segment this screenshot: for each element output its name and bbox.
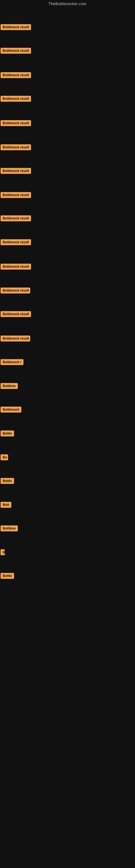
bottleneck-badge-20[interactable]: Bottle: [1, 478, 14, 484]
bottleneck-badge-6[interactable]: Bottleneck result: [1, 144, 31, 150]
bottleneck-badge-container-17: Bottleneck: [1, 407, 21, 414]
bottleneck-badge-container-5: Bottleneck result: [1, 120, 31, 127]
bottleneck-badge-4[interactable]: Bottleneck result: [1, 96, 31, 102]
bottleneck-badge-3[interactable]: Bottleneck result: [1, 72, 31, 78]
bottleneck-badge-24[interactable]: Bottle: [1, 573, 14, 579]
bottleneck-badge-container-6: Bottleneck result: [1, 144, 31, 151]
bottleneck-badge-container-24: Bottle: [1, 573, 14, 580]
bottleneck-badge-17[interactable]: Bottleneck: [1, 407, 21, 412]
bottleneck-badge-container-2: Bottleneck result: [1, 48, 31, 55]
bottleneck-badge-10[interactable]: Bottleneck result: [1, 239, 31, 245]
bottleneck-badge-14[interactable]: Bottleneck result: [1, 336, 30, 341]
bottleneck-badge-22[interactable]: Bottlene: [1, 525, 18, 531]
bottleneck-badge-container-23: B: [1, 549, 5, 556]
bottleneck-badge-container-14: Bottleneck result: [1, 336, 30, 343]
bottleneck-badge-container-8: Bottleneck result: [1, 192, 31, 199]
bottleneck-badge-16[interactable]: Bottlene: [1, 383, 18, 389]
bottleneck-badge-container-10: Bottleneck result: [1, 239, 31, 246]
bottleneck-badge-container-12: Bottleneck result: [1, 287, 30, 294]
bottleneck-badge-18[interactable]: Bottle: [1, 431, 14, 436]
bottleneck-badge-2[interactable]: Bottleneck result: [1, 48, 31, 54]
bottleneck-badge-container-19: Bo: [1, 454, 8, 461]
bottleneck-badge-8[interactable]: Bottleneck result: [1, 192, 31, 198]
bottleneck-badge-container-22: Bottlene: [1, 525, 18, 532]
bottleneck-badge-container-15: Bottleneck r: [1, 359, 24, 366]
bottleneck-badge-container-18: Bottle: [1, 431, 14, 437]
bottleneck-badge-container-20: Bottle: [1, 478, 14, 485]
bottleneck-badge-1[interactable]: Bottleneck result: [1, 24, 31, 30]
bottleneck-badge-container-13: Bottleneck result: [1, 311, 31, 318]
bottleneck-badge-container-16: Bottlene: [1, 383, 18, 390]
bottleneck-badge-5[interactable]: Bottleneck result: [1, 120, 31, 126]
bottleneck-badge-container-4: Bottleneck result: [1, 96, 31, 103]
bottleneck-badge-19[interactable]: Bo: [1, 454, 8, 460]
bottleneck-badge-13[interactable]: Bottleneck result: [1, 311, 31, 317]
bottleneck-badge-12[interactable]: Bottleneck result: [1, 287, 30, 293]
bottleneck-badge-21[interactable]: Bott: [1, 502, 11, 508]
bottleneck-badge-9[interactable]: Bottleneck result: [1, 215, 31, 221]
bottleneck-badge-7[interactable]: Bottleneck result: [1, 168, 31, 174]
bottleneck-badge-container-7: Bottleneck result: [1, 168, 31, 175]
bottleneck-badge-container-1: Bottleneck result: [1, 24, 31, 31]
bottleneck-badge-23[interactable]: B: [1, 549, 5, 555]
bottleneck-badge-container-9: Bottleneck result: [1, 215, 31, 222]
site-title: TheBottlenecker.com: [0, 0, 135, 9]
bottleneck-badge-container-11: Bottleneck result: [1, 264, 31, 271]
bottleneck-badge-15[interactable]: Bottleneck r: [1, 359, 24, 365]
bottleneck-badge-container-3: Bottleneck result: [1, 72, 31, 79]
bottleneck-badge-container-21: Bott: [1, 502, 11, 509]
bottleneck-badge-11[interactable]: Bottleneck result: [1, 264, 31, 270]
